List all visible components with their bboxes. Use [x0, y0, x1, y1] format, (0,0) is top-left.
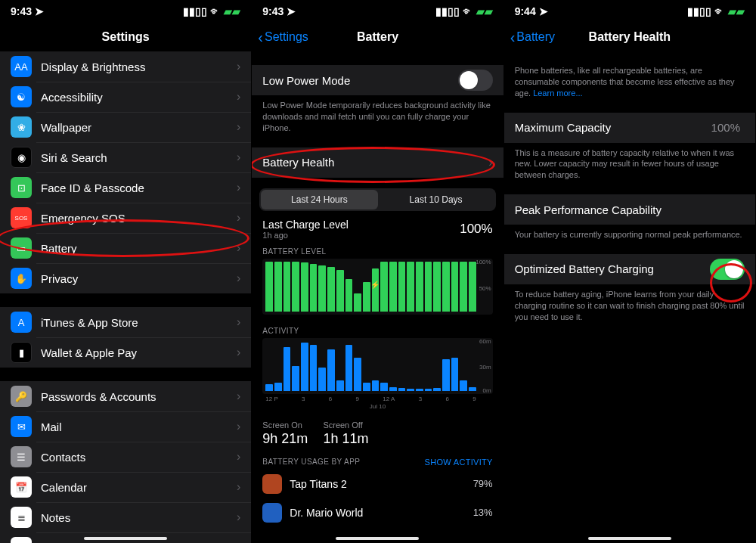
page-title: Settings — [102, 30, 150, 44]
y-label-0m: 0m — [483, 387, 491, 394]
chevron-right-icon: › — [237, 60, 240, 73]
row-peak-performance: Peak Performance Capability — [504, 194, 755, 225]
settings-row[interactable]: ▭Battery› — [0, 233, 251, 263]
contacts-icon: ☰ — [11, 446, 32, 467]
bar — [380, 262, 388, 312]
faceid-icon: ⊡ — [11, 177, 32, 198]
x-axis-sub: Jul 10 — [262, 403, 492, 410]
app-name: Dr. Mario World — [290, 507, 472, 519]
bar — [389, 387, 397, 390]
y-label-100: 100% — [476, 259, 491, 265]
x-tick: 12 A — [383, 396, 395, 402]
bar — [451, 358, 459, 391]
settings-list[interactable]: AADisplay & Brightness›☯Accessibility›❀W… — [0, 51, 251, 543]
learn-more-link[interactable]: Learn more... — [533, 88, 582, 98]
max-capacity-note: This is a measure of battery capacity re… — [504, 143, 755, 182]
wifi-icon: ᯤ — [714, 5, 725, 17]
back-button[interactable]: ‹ Battery — [510, 23, 555, 51]
status-right-icons: ▮▮▯▯ ᯤ ▰▰ — [435, 5, 493, 17]
bar — [265, 262, 273, 312]
status-bar: 9:44 ➤ ▮▮▯▯ ᯤ ▰▰ — [504, 0, 755, 23]
row-label: Face ID & Passcode — [41, 182, 237, 194]
home-indicator[interactable] — [84, 537, 167, 540]
settings-row[interactable]: SOSEmergency SOS› — [0, 203, 251, 233]
location-icon: ➤ — [35, 5, 44, 17]
settings-row[interactable]: ☰Contacts› — [0, 442, 251, 472]
settings-row[interactable]: ⊡Face ID & Passcode› — [0, 172, 251, 203]
notes-icon: ≣ — [11, 507, 32, 528]
bar — [284, 347, 291, 390]
signal-icon: ▮▮▯▯ — [183, 5, 207, 17]
last-charge-sub: 1h ago — [262, 231, 349, 240]
row-label: Calendar — [41, 481, 237, 494]
bh-scroll[interactable]: Phone batteries, like all rechargeable b… — [504, 51, 755, 543]
time-range-segmented[interactable]: Last 24 Hours Last 10 Days — [259, 188, 495, 211]
privacy-icon: ✋ — [11, 268, 32, 289]
row-optimized-charging[interactable]: Optimized Battery Charging — [504, 254, 755, 284]
seg-last-24h[interactable]: Last 24 Hours — [261, 190, 377, 209]
bar — [407, 262, 414, 312]
bar — [363, 282, 370, 311]
reminders-icon: ⋮ — [11, 537, 32, 543]
settings-row[interactable]: ▮Wallet & Apple Pay› — [0, 337, 251, 368]
chevron-right-icon: › — [237, 346, 240, 359]
settings-row[interactable]: 🔑Passwords & Accounts› — [0, 381, 251, 411]
intro-note: Phone batteries, like all rechargeable b… — [504, 51, 755, 99]
bar — [345, 345, 353, 391]
accessibility-icon: ☯ — [11, 86, 32, 107]
bar — [363, 383, 370, 391]
back-label: Battery — [516, 30, 555, 44]
row-low-power-mode[interactable]: Low Power Mode — [252, 65, 503, 95]
settings-row[interactable]: ☯Accessibility› — [0, 82, 251, 112]
settings-row[interactable]: ≣Notes› — [0, 502, 251, 532]
settings-row[interactable]: 📅Calendar› — [0, 472, 251, 502]
back-label: Settings — [265, 30, 308, 44]
app-usage-row[interactable]: Dr. Mario World13% — [252, 498, 503, 527]
location-icon: ➤ — [287, 5, 296, 17]
bar — [265, 384, 273, 391]
bar — [354, 293, 361, 311]
home-indicator[interactable] — [336, 537, 419, 540]
bar — [327, 267, 335, 311]
settings-row[interactable]: AADisplay & Brightness› — [0, 51, 251, 82]
bar — [433, 262, 441, 312]
bar — [310, 345, 318, 391]
battery-status-icon: ▰▰ — [728, 5, 745, 17]
chevron-right-icon: › — [237, 181, 240, 194]
seg-last-10d[interactable]: Last 10 Days — [378, 190, 494, 209]
x-tick: 3 — [302, 396, 305, 402]
bar — [327, 349, 335, 391]
settings-row[interactable]: ✋Privacy› — [0, 263, 251, 293]
pane-battery-health: 9:44 ➤ ▮▮▯▯ ᯤ ▰▰ ‹ Battery Battery Healt… — [504, 0, 756, 543]
row-battery-health[interactable]: Battery Health › — [252, 147, 503, 178]
bar — [407, 389, 414, 390]
x-tick: 6 — [445, 396, 448, 402]
battery-scroll[interactable]: Low Power Mode Low Power Mode temporaril… — [252, 51, 503, 543]
x-tick: 6 — [329, 396, 332, 402]
back-button[interactable]: ‹ Settings — [258, 23, 308, 51]
bar — [469, 262, 476, 312]
low-power-mode-toggle[interactable] — [458, 70, 493, 91]
row-label: Optimized Battery Charging — [515, 262, 710, 275]
show-activity-button[interactable]: SHOW ACTIVITY — [425, 458, 493, 467]
last-charge-value: 100% — [460, 222, 492, 237]
y-label-30m: 30m — [479, 364, 491, 371]
bar — [416, 262, 423, 312]
settings-row[interactable]: ✉Mail› — [0, 411, 251, 442]
settings-row[interactable]: ◉Siri & Search› — [0, 142, 251, 172]
bar — [284, 262, 291, 312]
home-indicator[interactable] — [588, 537, 671, 540]
app-icon — [262, 474, 282, 494]
bar — [372, 380, 380, 390]
bar — [416, 389, 423, 390]
bar — [310, 264, 318, 312]
row-label: Battery — [41, 242, 237, 255]
status-time: 9:43 — [262, 5, 284, 17]
settings-row[interactable]: ❀Wallpaper› — [0, 112, 251, 142]
x-tick: 3 — [419, 396, 422, 402]
settings-row[interactable]: AiTunes & App Store› — [0, 307, 251, 337]
optimized-charging-toggle[interactable] — [710, 259, 745, 280]
app-usage-row[interactable]: Tap Titans 279% — [252, 470, 503, 498]
screen-off-value: 1h 11m — [323, 431, 368, 447]
app-percent: 79% — [473, 478, 493, 489]
